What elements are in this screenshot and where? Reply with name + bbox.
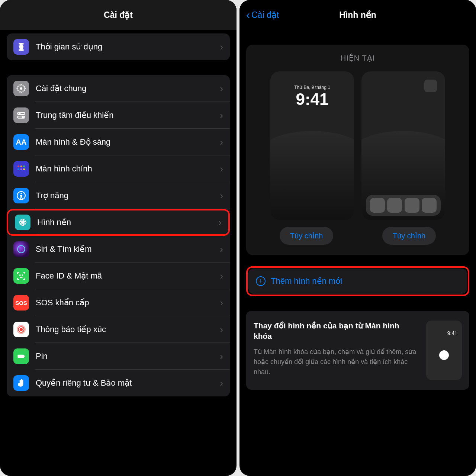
grid-icon: [13, 161, 29, 177]
page-title: Hình nền: [339, 10, 376, 20]
row-accessibility[interactable]: Trợ năng ›: [7, 182, 230, 209]
tip-thumb-dot-icon: [439, 350, 449, 360]
row-faceid[interactable]: Face ID & Mật mã ›: [7, 263, 230, 289]
svg-rect-10: [23, 168, 25, 170]
chevron-right-icon: ›: [220, 297, 223, 309]
row-label: Cài đặt chung: [36, 84, 220, 93]
svg-point-20: [20, 223, 22, 225]
chevron-right-icon: ›: [220, 351, 223, 362]
tip-title: Thay đổi hình nền của bạn từ Màn hình kh…: [254, 321, 419, 342]
row-home-screen[interactable]: Màn hình chính ›: [7, 155, 230, 182]
row-siri[interactable]: Siri & Tìm kiếm ›: [7, 236, 230, 263]
row-label: SOS khẩn cấp: [36, 298, 220, 308]
row-display[interactable]: AA Màn hình & Độ sáng ›: [7, 129, 230, 155]
row-wallpaper[interactable]: Hình nền ›: [7, 209, 230, 236]
row-label: Face ID & Mật mã: [36, 271, 220, 281]
svg-rect-8: [17, 168, 19, 170]
svg-rect-7: [23, 165, 25, 167]
back-label: Cài đặt: [251, 10, 279, 20]
settings-list[interactable]: Thời gian sử dụng › Cài đặt chung › Trun…: [0, 30, 237, 476]
preview-row: Thứ Ba, 9 tháng 1 9:41: [255, 71, 460, 220]
chevron-right-icon: ›: [220, 41, 223, 53]
row-exposure[interactable]: Thông báo tiếp xúc ›: [7, 316, 230, 343]
tip-text: Thay đổi hình nền của bạn từ Màn hình kh…: [254, 321, 419, 380]
svg-point-18: [20, 220, 22, 222]
chevron-right-icon: ›: [218, 217, 222, 228]
row-label: Siri & Tìm kiếm: [36, 244, 220, 254]
row-sos[interactable]: SOS SOS khẩn cấp ›: [7, 289, 230, 316]
lockscreen-preview[interactable]: Thứ Ba, 9 tháng 1 9:41: [270, 71, 354, 220]
chevron-right-icon: ›: [220, 190, 223, 202]
row-screen-time[interactable]: Thời gian sử dụng ›: [7, 33, 230, 60]
svg-point-19: [23, 220, 25, 222]
tip-thumbnail: 9:41: [426, 321, 462, 380]
svg-point-23: [20, 275, 20, 276]
homescreen-preview[interactable]: [361, 71, 445, 220]
row-label: Trung tâm điều khiển: [36, 110, 220, 120]
row-control-center[interactable]: Trung tâm điều khiển ›: [7, 102, 230, 129]
row-label: Thời gian sử dụng: [36, 42, 220, 52]
group-main: Cài đặt chung › Trung tâm điều khiển › A…: [7, 75, 230, 396]
svg-point-25: [20, 328, 23, 331]
row-label: Quyền riêng tư & Bảo mật: [36, 378, 220, 388]
widget-placeholder: [424, 80, 437, 92]
back-button[interactable]: ‹ Cài đặt: [246, 9, 279, 20]
current-label: HIỆN TẠI: [255, 54, 460, 62]
svg-rect-6: [20, 165, 22, 167]
preview-date: Thứ Ba, 9 tháng 1: [270, 85, 354, 90]
svg-point-13: [22, 222, 23, 223]
current-wallpaper-card: HIỆN TẠI Thứ Ba, 9 tháng 1 9:41 Tùy chỉn…: [246, 45, 469, 255]
customize-buttons: Tùy chỉnh Tùy chỉnh: [255, 227, 460, 245]
svg-point-0: [20, 87, 23, 90]
battery-icon: [13, 348, 29, 364]
add-wallpaper-label: Thêm hình nền mới: [271, 276, 342, 286]
chevron-right-icon: ›: [220, 244, 223, 255]
customize-lockscreen-button[interactable]: Tùy chỉnh: [280, 227, 333, 245]
plus-circle-icon: +: [256, 276, 266, 286]
group-screentime: Thời gian sử dụng ›: [7, 33, 230, 60]
accessibility-icon: [13, 188, 29, 203]
sos-icon: SOS: [13, 295, 29, 311]
svg-point-2: [19, 113, 20, 114]
tip-thumb-time: 9:41: [447, 330, 457, 336]
chevron-right-icon: ›: [220, 377, 223, 389]
toggles-icon: [13, 107, 29, 123]
svg-point-24: [22, 275, 23, 276]
svg-point-4: [22, 116, 23, 118]
page-title: Cài đặt: [104, 10, 133, 20]
svg-rect-28: [17, 355, 24, 358]
row-label: Màn hình chính: [36, 164, 220, 174]
row-label: Hình nền: [37, 218, 218, 227]
settings-screen: Cài đặt Thời gian sử dụng › Cài đặt chun…: [0, 0, 237, 476]
add-wallpaper-highlight: + Thêm hình nền mới: [246, 266, 469, 296]
header: ‹ Cài đặt Hình nền: [239, 0, 476, 30]
tip-description: Từ Màn hình khóa của bạn, chạm và giữ để…: [254, 347, 419, 377]
chevron-left-icon: ‹: [246, 9, 250, 20]
customize-homescreen-button[interactable]: Tùy chỉnh: [382, 227, 436, 245]
svg-point-21: [23, 223, 25, 225]
row-privacy[interactable]: Quyền riêng tư & Bảo mật ›: [7, 370, 230, 396]
chevron-right-icon: ›: [220, 110, 223, 121]
wallpaper-content[interactable]: HIỆN TẠI Thứ Ba, 9 tháng 1 9:41 Tùy chỉn…: [239, 30, 476, 476]
siri-icon: [13, 241, 29, 257]
svg-point-12: [20, 193, 22, 194]
wallpaper-screen: ‹ Cài đặt Hình nền HIỆN TẠI Thứ Ba, 9 th…: [239, 0, 476, 476]
svg-point-22: [17, 245, 25, 253]
svg-rect-9: [20, 168, 22, 170]
row-battery[interactable]: Pin ›: [7, 343, 230, 370]
row-label: Thông báo tiếp xúc: [36, 325, 220, 334]
chevron-right-icon: ›: [220, 324, 223, 335]
flower-icon: [15, 215, 30, 230]
svg-rect-29: [25, 356, 25, 357]
row-general[interactable]: Cài đặt chung ›: [7, 75, 230, 102]
svg-rect-5: [17, 165, 19, 167]
preview-time: 9:41: [270, 90, 354, 109]
exposure-icon: [13, 322, 29, 337]
add-wallpaper-button[interactable]: + Thêm hình nền mới: [248, 268, 467, 294]
row-label: Trợ năng: [36, 191, 220, 200]
row-label: Pin: [36, 351, 220, 361]
textsize-icon: AA: [13, 134, 29, 150]
chevron-right-icon: ›: [220, 163, 223, 175]
chevron-right-icon: ›: [220, 136, 223, 148]
wallpaper-shape: [270, 131, 354, 220]
